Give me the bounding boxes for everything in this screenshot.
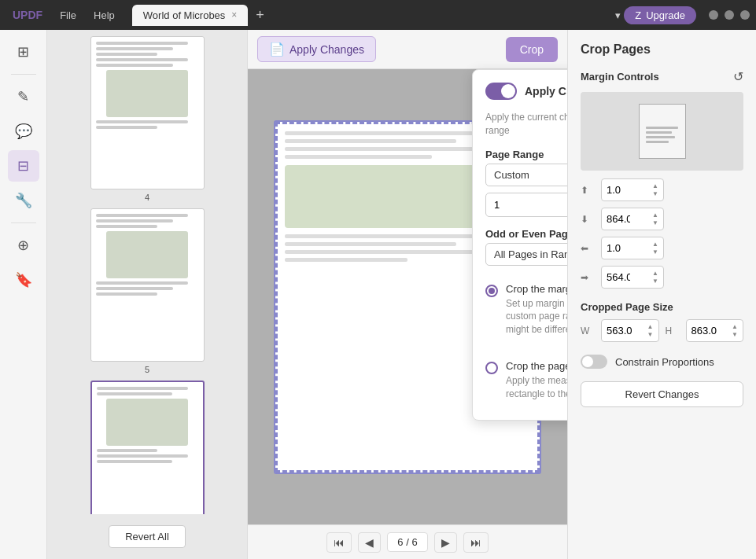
main-content: ⊞ ✎ 💬 ⊟ 🔧 ⊕ 🔖	[0, 30, 756, 559]
height-field[interactable]	[691, 325, 731, 337]
thumbnail-item-4[interactable]: 4	[53, 36, 241, 202]
margin-right-up[interactable]: ▲	[652, 270, 658, 277]
constrain-toggle-knob	[582, 356, 593, 367]
margin-right-input[interactable]: ▲ ▼	[601, 266, 664, 289]
height-down[interactable]: ▼	[732, 331, 738, 338]
range-inputs: ▲ ▼ – ▲ ▼	[485, 193, 567, 217]
next-page-button[interactable]: ▶	[434, 532, 457, 553]
organize-icon[interactable]: ⊟	[8, 150, 39, 182]
margin-bottom-down[interactable]: ▼	[652, 219, 658, 226]
margin-bottom-up[interactable]: ▲	[652, 211, 658, 219]
first-page-button[interactable]: ⏮	[326, 532, 352, 553]
margin-left-field[interactable]	[607, 242, 642, 254]
tabs-dropdown-icon[interactable]: ▾	[615, 9, 621, 21]
odd-even-title: Odd or Even Pages	[485, 228, 567, 240]
margin-bottom-input[interactable]: ▲ ▼	[601, 208, 664, 230]
odd-even-select[interactable]: All Pages in Range Odd Pages Only Even P…	[485, 243, 567, 266]
range-from-input[interactable]: ▲ ▼	[485, 193, 567, 217]
crop-button[interactable]: Crop	[506, 37, 558, 62]
width-down[interactable]: ▼	[647, 331, 654, 338]
width-field[interactable]	[607, 325, 646, 337]
margin-top-input[interactable]: ▲ ▼	[601, 178, 664, 201]
crop-box-radio[interactable]	[485, 362, 498, 374]
close-tab-button[interactable]: ×	[231, 9, 237, 20]
margin-controls-title: Margin Controls	[581, 71, 659, 83]
margin-top-field[interactable]	[607, 184, 642, 196]
toggle-label: Apply Changes	[525, 85, 567, 97]
margin-left-input[interactable]: ▲ ▼	[601, 237, 664, 259]
bookmark-icon[interactable]: 🔖	[8, 264, 39, 296]
margin-bottom-field[interactable]	[607, 213, 642, 225]
help-menu[interactable]: Help	[86, 6, 123, 24]
thumbnail-item-5[interactable]: 5	[53, 208, 241, 374]
crop-box-desc: Apply the measurements of cropping recta…	[506, 374, 567, 401]
prev-page-button[interactable]: ◀	[358, 532, 381, 553]
crop-margins-radio[interactable]	[485, 285, 498, 297]
reset-margins-button[interactable]: ↺	[733, 69, 743, 84]
toggle-knob	[501, 84, 515, 98]
plugin-icon[interactable]: ⊕	[8, 230, 39, 261]
margin-right-down[interactable]: ▼	[652, 278, 658, 285]
margin-left-up[interactable]: ▲	[652, 241, 658, 248]
height-label: H	[666, 325, 680, 337]
margin-left-down[interactable]: ▼	[652, 248, 658, 256]
maximize-button[interactable]	[725, 10, 734, 20]
thumbnail-label-5: 5	[145, 365, 149, 374]
upgrade-button[interactable]: Z Upgrade	[624, 6, 696, 24]
thumbnail-item-6[interactable]: 6	[53, 381, 241, 514]
minimize-button[interactable]	[709, 10, 718, 20]
active-tab[interactable]: World of Microbes ×	[132, 5, 249, 26]
margin-top-icon: ⬆	[581, 185, 596, 196]
width-row: W ▲ ▼ H ▲ ▼	[581, 319, 743, 342]
height-input[interactable]: ▲ ▼	[686, 319, 743, 342]
add-tab-button[interactable]: +	[251, 7, 269, 24]
width-up[interactable]: ▲	[647, 323, 654, 330]
tab-title: World of Microbes	[143, 9, 226, 21]
thumbnail-list: 4 5	[53, 36, 241, 514]
cropped-size-title: Cropped Page Size	[581, 301, 743, 313]
thumbnail-preview-4	[90, 36, 205, 189]
revert-all-area: Revert All	[53, 520, 241, 553]
tab-area: World of Microbes × + ▾	[132, 5, 621, 26]
revert-changes-button[interactable]: Revert Changes	[581, 381, 743, 407]
cropped-size-section: Cropped Page Size W ▲ ▼ H ▲ ▼	[581, 301, 743, 342]
margin-right-field[interactable]	[607, 271, 642, 283]
page-range-select[interactable]: Custom All Pages Odd Pages Even Pages	[485, 164, 567, 186]
constrain-toggle[interactable]	[581, 355, 607, 369]
page-navigation: ⏮ ◀ 6 / 6 ▶ ⏭	[248, 524, 567, 559]
margin-top-up[interactable]: ▲	[652, 182, 658, 189]
last-page-button[interactable]: ⏭	[463, 532, 489, 553]
app-logo: UPDF	[6, 9, 49, 21]
apply-changes-button[interactable]: 📄 Apply Changes	[257, 36, 376, 62]
crop-margins-text: Crop the margins Set up margin controls …	[506, 283, 567, 337]
height-up[interactable]: ▲	[732, 323, 738, 330]
close-button[interactable]	[740, 10, 750, 20]
range-from-spinners: ▲ ▼	[566, 198, 567, 211]
comment-icon[interactable]: 💬	[8, 116, 39, 147]
page-indicator: 6 / 6	[387, 532, 427, 552]
tools-icon[interactable]: 🔧	[8, 185, 39, 216]
page-range-title: Page Range	[485, 149, 567, 160]
range-from-down[interactable]: ▼	[566, 205, 567, 211]
range-from-field[interactable]	[494, 199, 541, 211]
pages-icon[interactable]: ⊞	[8, 36, 39, 68]
range-from-up[interactable]: ▲	[566, 198, 567, 204]
total-pages: 6	[411, 536, 417, 548]
width-label: W	[581, 325, 595, 337]
edit-icon[interactable]: ✎	[8, 81, 39, 112]
crop-pages-title: Crop Pages	[581, 42, 743, 57]
crop-box-title: Crop the page box	[506, 360, 567, 372]
odd-even-section: Odd or Even Pages All Pages in Range Odd…	[485, 228, 567, 266]
apply-changes-toggle[interactable]	[485, 83, 517, 100]
sidebar-divider-2	[11, 222, 36, 223]
crop-margins-title: Crop the margins	[506, 283, 567, 295]
file-menu[interactable]: File	[52, 6, 84, 24]
titlebar: UPDF File Help World of Microbes × + ▾ Z…	[0, 0, 756, 30]
right-sidebar: Crop Pages Margin Controls ↺	[567, 30, 756, 559]
crop-margins-desc: Set up margin controls and apply to the …	[506, 297, 567, 337]
revert-all-button[interactable]: Revert All	[109, 525, 186, 548]
width-input[interactable]: ▲ ▼	[601, 319, 658, 342]
center-area: 📄 Apply Changes Crop Apply Changes Apply…	[248, 30, 567, 559]
margin-top-down[interactable]: ▼	[652, 190, 658, 197]
crop-box-text: Crop the page box Apply the measurements…	[506, 360, 567, 401]
